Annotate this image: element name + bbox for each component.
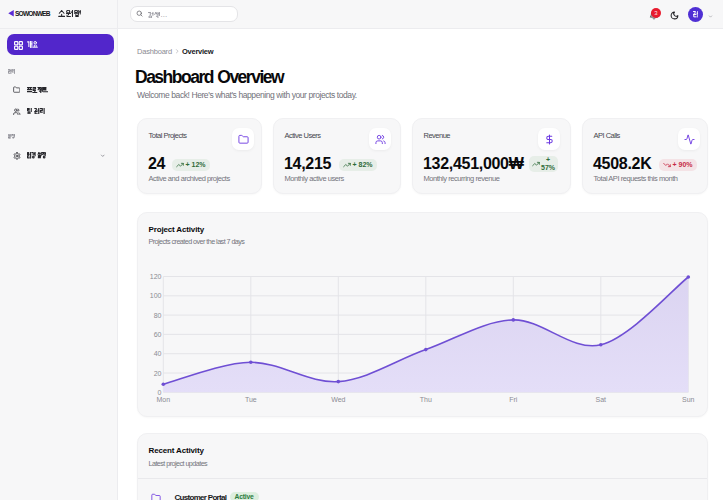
svg-text:Thu: Thu (420, 396, 432, 403)
svg-text:Sun: Sun (682, 396, 695, 403)
svg-text:80: 80 (154, 312, 162, 319)
svg-text:Wed: Wed (331, 396, 345, 403)
svg-text:20: 20 (154, 370, 162, 377)
svg-text:Fri: Fri (509, 396, 518, 403)
svg-text:40: 40 (154, 350, 162, 357)
svg-text:60: 60 (154, 331, 162, 338)
svg-text:0: 0 (158, 389, 162, 396)
svg-text:Tue: Tue (245, 396, 257, 403)
svg-text:Sat: Sat (596, 396, 607, 403)
svg-text:100: 100 (150, 292, 162, 299)
svg-text:Mon: Mon (156, 396, 170, 403)
svg-text:120: 120 (150, 273, 162, 280)
